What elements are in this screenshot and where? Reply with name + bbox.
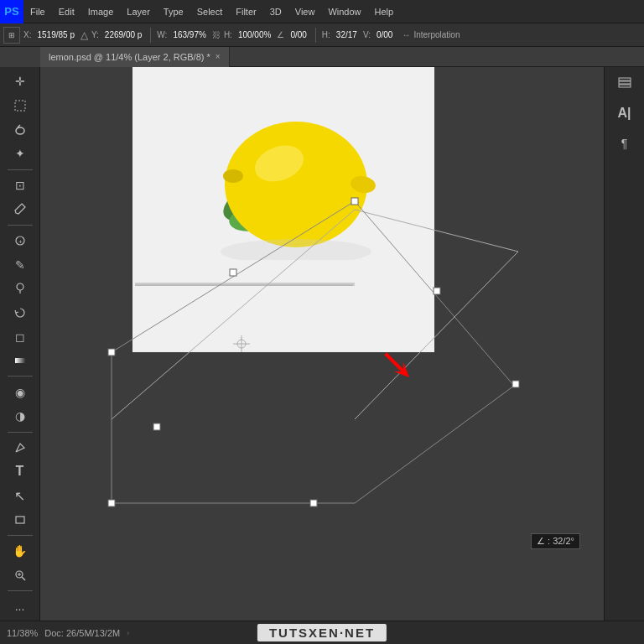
menu-window[interactable]: Window (321, 0, 367, 23)
tool-extra[interactable]: ... (8, 595, 33, 618)
tool-lasso[interactable] (8, 118, 33, 141)
tool-move[interactable]: ✛ (8, 70, 33, 93)
tool-eraser[interactable]: ◻ (8, 325, 33, 348)
sep-5 (8, 535, 33, 536)
menu-help[interactable]: Help (368, 0, 401, 23)
svg-rect-8 (16, 517, 24, 523)
tool-hand[interactable]: ✋ (8, 540, 33, 563)
svg-rect-32 (434, 288, 440, 294)
transform-icon[interactable]: ⊞ (3, 27, 20, 44)
menubar: PS File Edit Image Layer Type Select Fil… (0, 0, 644, 23)
angle-tooltip: ∠ : 32/2° (531, 533, 580, 549)
image-canvas (132, 67, 434, 352)
paragraph-panel-btn[interactable]: ¶ (612, 131, 637, 156)
text-panel-btn[interactable]: A| (612, 101, 637, 126)
h2-value: 32/17 (334, 30, 360, 39)
sep-6 (8, 590, 33, 591)
tool-crop[interactable]: ⊡ (8, 174, 33, 196)
link-icon: ⛓ (212, 30, 221, 39)
svg-rect-7 (15, 358, 25, 363)
doc-info: Doc: 26/5M/13/2M (44, 628, 120, 638)
active-tab[interactable]: lemon.psd @ 11/4% (Layer 2, RGB/8) * × (40, 47, 230, 67)
layers-panel-btn[interactable] (612, 70, 637, 96)
tab-close-button[interactable]: × (216, 52, 221, 61)
menu-type[interactable]: Type (157, 0, 190, 23)
h-value: 100/00% (236, 30, 273, 39)
tab-title: lemon.psd @ 11/4% (Layer 2, RGB/8) * (49, 52, 210, 62)
brand-label: TUTSXEN·NET (257, 624, 387, 641)
tool-dodge[interactable]: ◑ (8, 405, 33, 428)
menu-view[interactable]: View (288, 0, 322, 23)
sep-4 (8, 432, 33, 433)
sep-2 (8, 225, 33, 226)
svg-text:+: + (18, 238, 23, 246)
options-bar: ⊞ X: 1519/85 p △ Y: 2269/00 p W: 163/97%… (0, 23, 644, 47)
menu-filter[interactable]: Filter (229, 0, 262, 23)
angle-value: 0/00 (288, 30, 309, 39)
y-label: Y: (91, 30, 99, 39)
svg-rect-14 (619, 81, 631, 84)
tool-history[interactable] (8, 302, 33, 325)
x-value: 1519/85 p (34, 30, 77, 39)
h-label: H: (224, 30, 232, 39)
v-label: V: (363, 30, 371, 39)
menu-file[interactable]: File (23, 0, 52, 23)
tool-blur[interactable]: ◉ (8, 381, 33, 403)
menu-layer[interactable]: Layer (120, 0, 157, 23)
zoom-level: 11/38% (7, 628, 38, 638)
toolbar: ✛ ✦ ⊡ + ✎ ◻ ◉ ◑ T ↖ ✋ ... (0, 67, 40, 644)
right-panel: A| ¶ (604, 67, 644, 644)
app-logo: PS (0, 0, 23, 23)
svg-line-10 (22, 577, 25, 580)
svg-rect-0 (15, 101, 25, 111)
svg-point-21 (221, 239, 371, 260)
svg-rect-29 (108, 349, 115, 356)
angle-icon: ∠ (277, 30, 284, 39)
svg-point-5 (17, 283, 23, 290)
svg-rect-34 (310, 500, 317, 506)
svg-point-22 (223, 169, 243, 183)
arrow-right-icon: › (127, 629, 129, 637)
sep2 (315, 28, 316, 43)
svg-rect-33 (512, 381, 519, 387)
tab-bar: lemon.psd @ 11/4% (Layer 2, RGB/8) * × (40, 47, 644, 67)
svg-point-18 (225, 122, 367, 247)
canvas-area: ∠ : 32/2° (40, 67, 604, 621)
tool-eyedropper[interactable] (8, 198, 33, 221)
tool-clone[interactable] (8, 278, 33, 300)
tool-gradient[interactable] (8, 350, 33, 372)
tool-magic-wand[interactable]: ✦ (8, 143, 33, 165)
tool-spot-heal[interactable]: + (8, 230, 33, 252)
svg-marker-41 (381, 349, 414, 382)
w-label: W: (157, 30, 167, 39)
v-value: 0/00 (374, 30, 395, 39)
h2-label: H: (322, 30, 330, 39)
tool-pen[interactable] (8, 437, 33, 460)
tool-text[interactable]: T (8, 460, 33, 483)
menu-image[interactable]: Image (81, 0, 121, 23)
menu-edit[interactable]: Edit (52, 0, 81, 23)
interp-icon: ↔ (402, 30, 410, 39)
delta-icon: △ (80, 29, 88, 41)
menu-select[interactable]: Select (190, 0, 230, 23)
svg-point-1 (16, 127, 24, 134)
tool-path-select[interactable]: ↖ (8, 485, 33, 507)
tool-brush[interactable]: ✎ (8, 253, 33, 276)
svg-rect-36 (153, 423, 160, 430)
lemon-image (187, 92, 380, 260)
svg-rect-15 (619, 78, 631, 80)
x-label: X: (23, 30, 31, 39)
tool-zoom[interactable] (8, 564, 33, 587)
sep1 (150, 28, 151, 43)
sep-3 (8, 376, 33, 377)
angle-label: ∠ : 32/2° (537, 536, 574, 546)
w-value: 163/97% (170, 30, 208, 39)
tool-rectangle[interactable] (8, 508, 33, 531)
interpolation-label: Interpolation (413, 30, 460, 39)
svg-rect-35 (108, 500, 115, 506)
y-value: 2269/00 p (102, 30, 145, 39)
tool-marquee[interactable] (8, 95, 33, 117)
svg-rect-13 (619, 85, 631, 87)
menu-3d[interactable]: 3D (263, 0, 288, 23)
sep-1 (8, 169, 33, 170)
